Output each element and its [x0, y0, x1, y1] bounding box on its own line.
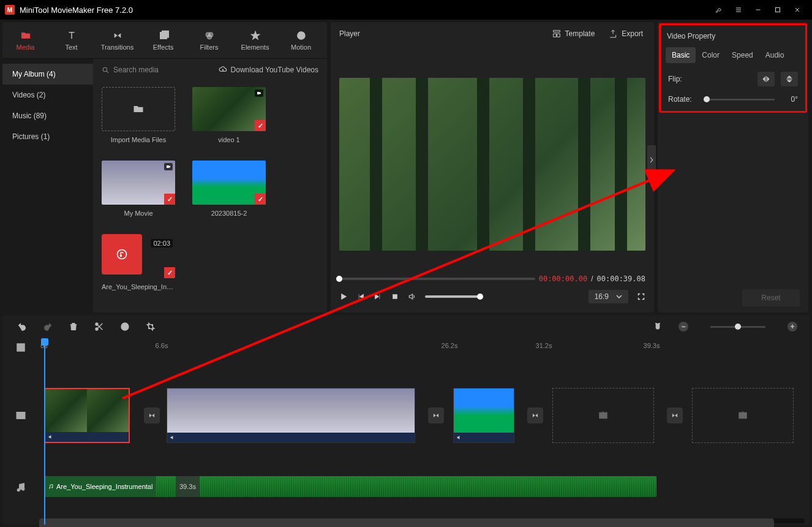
zoom-in-button[interactable]: +	[788, 322, 797, 332]
tab-elements[interactable]: Elements	[232, 22, 278, 58]
aspect-ratio-dropdown[interactable]: 16:9	[588, 290, 628, 303]
undo-button[interactable]	[17, 322, 27, 332]
template-icon	[552, 29, 562, 39]
rotate-slider[interactable]	[704, 99, 775, 100]
cloud-download-icon	[219, 66, 227, 74]
add-track-button[interactable]	[2, 338, 39, 357]
transition-slot[interactable]	[524, 388, 546, 443]
check-icon	[255, 194, 266, 205]
video-clip[interactable]	[167, 388, 415, 443]
check-icon	[164, 194, 175, 205]
fullscreen-button[interactable]	[637, 292, 645, 301]
svg-point-21	[51, 487, 53, 488]
tab-label: Motion	[291, 44, 311, 51]
tab-effects[interactable]: Effects	[140, 22, 186, 58]
tab-transitions[interactable]: Transitions	[94, 22, 140, 58]
audio-track[interactable]: Are_You_Sleeping_Instrumental39.3s	[39, 461, 805, 510]
audio-clip[interactable]: Are_You_Sleeping_Instrumental39.3s	[44, 476, 656, 497]
timeline-content[interactable]: 0s6.6s26.2s31.2s39.3s Are_You_Sleeping_I…	[39, 338, 810, 525]
svg-point-9	[120, 255, 122, 257]
player-panel: Player Template Export 00:00:00.00 / 00:…	[331, 22, 654, 313]
tab-media[interactable]: Media	[2, 22, 48, 58]
video-track-icon	[2, 381, 39, 450]
timeline-ruler[interactable]: 0s6.6s26.2s31.2s39.3s	[39, 338, 810, 357]
media-item[interactable]: video 1	[192, 87, 266, 143]
property-panel: Video Property Basic Color Speed Audio F…	[658, 22, 808, 313]
titlebar: M MiniTool MovieMaker Free 7.2.0	[0, 0, 812, 20]
export-button[interactable]: Export	[606, 26, 645, 41]
sidebar-item-pictures[interactable]: Pictures (1)	[2, 126, 93, 147]
menu-icon[interactable]	[729, 0, 748, 20]
snap-button[interactable]	[653, 322, 663, 332]
tab-text[interactable]: Text	[48, 22, 94, 58]
video-clip[interactable]	[453, 388, 514, 443]
zoom-out-button[interactable]: −	[679, 322, 688, 332]
crop-button[interactable]	[146, 322, 156, 332]
volume-button[interactable]	[408, 292, 416, 301]
media-item[interactable]: My Movie	[102, 161, 175, 217]
prop-tab-speed[interactable]: Speed	[726, 47, 759, 63]
prev-frame-button[interactable]	[356, 292, 365, 301]
prop-tab-color[interactable]: Color	[696, 47, 726, 63]
svg-point-7	[103, 67, 107, 72]
template-button[interactable]: Template	[549, 26, 598, 41]
speed-button[interactable]	[120, 322, 130, 332]
sidebar-item-myalbum[interactable]: My Album (4)	[2, 64, 93, 85]
tab-filters[interactable]: Filters	[186, 22, 232, 58]
play-button[interactable]	[339, 292, 348, 301]
expand-panel-button[interactable]	[647, 145, 656, 175]
video-track[interactable]	[39, 381, 805, 450]
playhead[interactable]	[44, 338, 45, 525]
transition-slot[interactable]	[664, 388, 686, 443]
next-frame-button[interactable]	[374, 292, 382, 301]
folder-icon	[132, 103, 145, 115]
check-icon	[255, 120, 266, 131]
import-media-button[interactable]: Import Media Files	[102, 87, 175, 143]
redo-button[interactable]	[43, 322, 53, 332]
current-time: 00:00:00.00	[539, 275, 587, 283]
maximize-button[interactable]	[768, 0, 788, 20]
zoom-slider[interactable]	[710, 326, 765, 328]
player-seek-bar[interactable]	[339, 278, 535, 280]
close-button[interactable]	[788, 0, 807, 20]
flip-vertical-button[interactable]	[781, 72, 798, 86]
media-item[interactable]: 02:03 Are_You_Sleeping_Instrumental	[102, 234, 175, 290]
media-sidebar: My Album (4) Videos (2) Music (89) Pictu…	[2, 59, 93, 313]
tab-label: Elements	[241, 44, 269, 51]
delete-button[interactable]	[69, 322, 78, 332]
timeline-scrollbar[interactable]	[39, 518, 805, 523]
prop-tab-basic[interactable]: Basic	[666, 47, 696, 63]
video-clip[interactable]	[44, 388, 130, 443]
media-item[interactable]: 20230815-2	[192, 161, 266, 217]
volume-slider[interactable]	[425, 295, 480, 298]
search-placeholder: Search media	[113, 66, 159, 74]
prop-tab-audio[interactable]: Audio	[759, 47, 791, 63]
svg-rect-15	[17, 412, 25, 419]
search-input[interactable]: Search media	[102, 66, 212, 74]
empty-clip-slot[interactable]	[552, 388, 654, 443]
export-icon	[608, 29, 618, 39]
tab-motion[interactable]: Motion	[278, 22, 324, 58]
ruler-mark: 6.6s	[156, 342, 168, 349]
flip-horizontal-button[interactable]	[757, 72, 775, 86]
minimize-button[interactable]	[748, 0, 768, 20]
tab-label: Media	[17, 44, 35, 51]
player-viewport[interactable]	[339, 78, 645, 251]
transition-slot[interactable]	[141, 388, 163, 443]
stop-button[interactable]	[391, 292, 399, 301]
tab-label: Effects	[153, 44, 173, 51]
reset-button[interactable]: Reset	[742, 289, 800, 306]
key-icon[interactable]	[709, 0, 729, 20]
rotate-value: 0°	[781, 95, 798, 104]
chevron-down-icon	[616, 295, 622, 298]
sidebar-item-videos[interactable]: Videos (2)	[2, 85, 93, 105]
split-button[interactable]	[94, 322, 104, 332]
download-youtube-button[interactable]: Download YouTube Videos	[219, 66, 318, 74]
sidebar-item-music[interactable]: Music (89)	[2, 105, 93, 126]
transition-slot[interactable]	[425, 388, 447, 443]
svg-rect-0	[776, 8, 780, 12]
svg-rect-10	[393, 295, 397, 299]
total-time: 00:00:39.08	[597, 275, 645, 283]
svg-point-17	[22, 488, 24, 490]
empty-clip-slot[interactable]	[692, 388, 794, 443]
